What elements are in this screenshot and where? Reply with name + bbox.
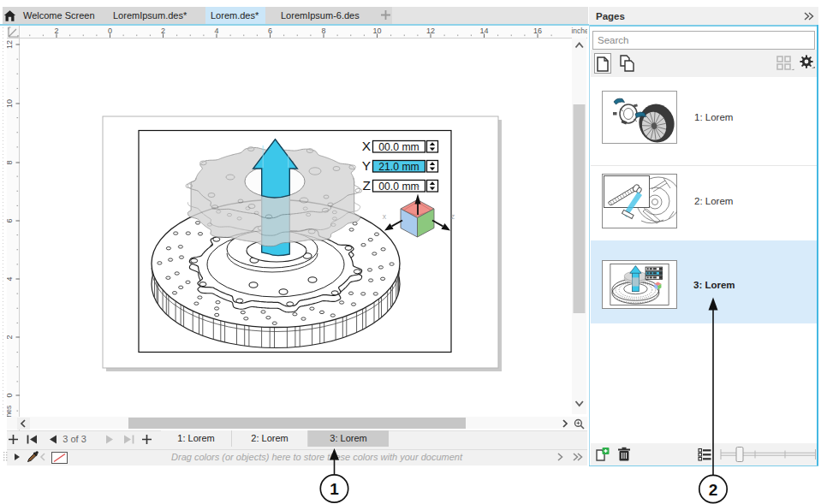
svg-text:21.0 mm: 21.0 mm [378,161,419,173]
svg-text:Y: Y [416,185,420,191]
svg-text:Z: Z [363,178,371,193]
svg-text:X: X [383,214,387,220]
svg-text:2: 2 [709,481,718,499]
svg-text:00.0 mm: 00.0 mm [378,181,419,193]
svg-text:Y: Y [362,158,371,173]
svg-text:X: X [362,139,372,153]
svg-text:Z: Z [451,214,455,220]
svg-text:1: 1 [330,480,339,498]
svg-text:00.0 mm: 00.0 mm [378,141,419,153]
